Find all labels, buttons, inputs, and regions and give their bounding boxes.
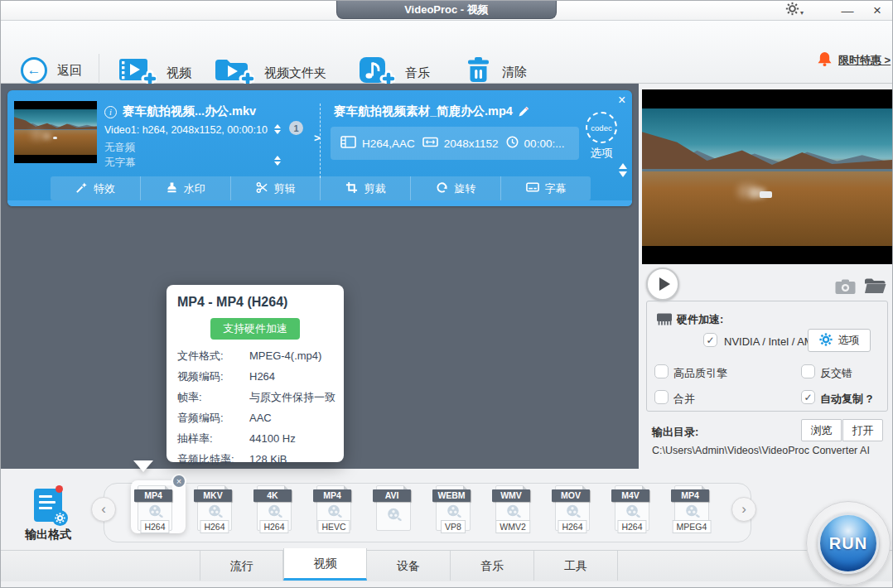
video-track-info: Video1: h264, 2048x1152, 00:00:10 [104, 124, 268, 136]
output-format-label: 输出格式 [22, 528, 74, 542]
format-card-mov-h264[interactable]: MOVH264 [555, 485, 590, 531]
format-ext: MKV [194, 489, 232, 502]
tab-rotate[interactable]: 旋转 [410, 176, 500, 200]
title-bar: VideoProc - 视频 ▾ — × [1, 1, 893, 21]
camera-icon [835, 283, 856, 297]
detail-value: 44100 Hz [249, 432, 296, 445]
format-card-mp4-hevc[interactable]: MP4HEVC [316, 485, 351, 531]
check-icon: ✓ [804, 392, 812, 403]
tab-video[interactable]: 视频 [283, 548, 367, 581]
add-video-label: 视频 [167, 65, 191, 81]
back-arrow-icon: ← [21, 57, 47, 84]
back-button[interactable]: ← 返回 [21, 57, 82, 84]
open-folder-button[interactable] [864, 277, 886, 297]
add-music-label: 音乐 [405, 65, 430, 81]
codec-options-icon[interactable]: codec [586, 112, 617, 143]
format-card-avi[interactable]: AVI [376, 485, 411, 531]
browse-button[interactable]: 浏览 [801, 419, 842, 441]
detail-label: 抽样率: [177, 431, 249, 446]
format-card-wmv-wmv2[interactable]: WMVWMV2 [495, 485, 530, 531]
info-icon[interactable]: i [104, 106, 117, 118]
format-card-mp4-mpeg4[interactable]: MP4MPEG4 [674, 485, 709, 531]
clock-icon [506, 136, 519, 151]
gear-icon [785, 2, 799, 19]
format-tooltip: MP4 - MP4 (H264) 支持硬件加速 文件格式:MPEG-4(.mp4… [167, 285, 344, 462]
hw-options-button[interactable]: 选项 [808, 329, 871, 352]
remove-task-icon[interactable]: × [618, 94, 625, 107]
codec-options-label[interactable]: 选项 [582, 146, 620, 161]
format-codec: HEVC [317, 520, 350, 533]
scroll-up-icon[interactable] [619, 163, 627, 169]
scroll-down-icon[interactable] [619, 171, 627, 177]
deselect-format-icon[interactable]: × [171, 474, 186, 489]
tab-subtitle-label: 字幕 [545, 181, 567, 196]
minimize-button[interactable]: — [834, 2, 861, 19]
output-format-button[interactable] [34, 489, 62, 522]
videoproc-window: VideoProc - 视频 ▾ — × ← 返回 视频 视频文件夹 [0, 0, 893, 588]
settings-menu-button[interactable]: ▾ [781, 2, 808, 19]
tab-music[interactable]: 音乐 [451, 551, 534, 581]
detail-label: 音频编码: [177, 411, 249, 426]
deinterlace-checkbox[interactable]: ✓ [801, 364, 815, 378]
tab-rotate-label: 旋转 [454, 181, 475, 196]
format-card-4k-h264[interactable]: 4KH264 [257, 485, 292, 531]
source-thumbnail[interactable] [14, 101, 97, 163]
hw-options-label: 选项 [838, 333, 860, 348]
detail-value: H264 [249, 370, 275, 383]
reel-icon [625, 504, 640, 521]
detail-value: AAC [249, 412, 272, 424]
format-ext: WMV [492, 489, 530, 502]
source-filename: 赛车航拍视频...办公.mkv [123, 104, 256, 119]
preview-frame [642, 108, 892, 246]
target-codec-summary[interactable]: H264,AAC 2048x1152 00:00:... [331, 127, 579, 160]
tab-cut[interactable]: 剪辑 [230, 176, 321, 200]
gpu-label: NVIDIA / Intel / AMD [724, 335, 821, 348]
video-preview[interactable] [642, 89, 892, 264]
close-button[interactable]: × [864, 2, 891, 19]
chip-icon [655, 312, 673, 330]
high-quality-checkbox[interactable]: ✓ [654, 364, 669, 378]
format-card-m4v-h264[interactable]: M4VH264 [615, 485, 649, 531]
play-button[interactable] [646, 267, 679, 301]
run-label: RUN [829, 534, 867, 553]
open-button[interactable]: 打开 [842, 419, 883, 441]
gear-icon-small [52, 510, 68, 526]
tab-crop[interactable]: 剪裁 [320, 176, 410, 200]
limited-offer-link[interactable]: 限时特惠 > [818, 51, 891, 70]
format-card-mkv-h264[interactable]: MKVH264 [197, 485, 232, 531]
tab-subtitle[interactable]: 字幕 [500, 176, 591, 200]
gear-icon-blue [819, 333, 833, 349]
reel-icon [386, 508, 402, 524]
format-scroll-right[interactable]: › [731, 497, 756, 522]
tab-crop-label: 剪裁 [364, 181, 385, 196]
format-card-mp4-h264[interactable]: MP4H264 [138, 485, 172, 531]
notification-dot [56, 485, 63, 493]
edit-tab-bar: 特效 水印 剪辑 剪裁 旋转 [51, 176, 591, 200]
tab-popular[interactable]: 流行 [200, 551, 283, 581]
resolution-value: 2048x1152 [444, 137, 499, 150]
hw-accel-badge-label: 支持硬件加速 [210, 318, 300, 340]
subtitle-track-info: 无字幕 [104, 156, 136, 170]
format-ext: MP4 [671, 489, 709, 502]
format-codec: H264 [558, 520, 586, 533]
auto-copy-checkbox[interactable]: ✓ [801, 390, 815, 404]
gpu-checkbox[interactable]: ✓ [703, 333, 717, 347]
tab-watermark[interactable]: 水印 [140, 176, 230, 200]
format-scroll-left[interactable]: ‹ [91, 497, 116, 522]
snapshot-button[interactable] [835, 279, 856, 298]
tab-device[interactable]: 设备 [367, 551, 451, 581]
subtitle-selector[interactable] [274, 156, 281, 166]
detail-label: 帧率: [177, 390, 249, 405]
format-ext: MOV [552, 489, 590, 502]
format-card-webm-vp8[interactable]: WEBMVP8 [436, 485, 471, 531]
tab-toolbox[interactable]: 工具 [534, 551, 618, 581]
run-button[interactable]: RUN [818, 513, 879, 574]
format-codec: VP8 [441, 520, 466, 533]
video-track-selector[interactable] [274, 124, 281, 134]
rename-icon[interactable] [518, 105, 530, 121]
codec-gear-label: codec [591, 123, 611, 133]
duration-value: 00:00:... [524, 137, 565, 150]
doc-line [39, 501, 56, 504]
merge-checkbox[interactable]: ✓ [654, 390, 669, 404]
tab-effects[interactable]: 特效 [51, 176, 140, 200]
